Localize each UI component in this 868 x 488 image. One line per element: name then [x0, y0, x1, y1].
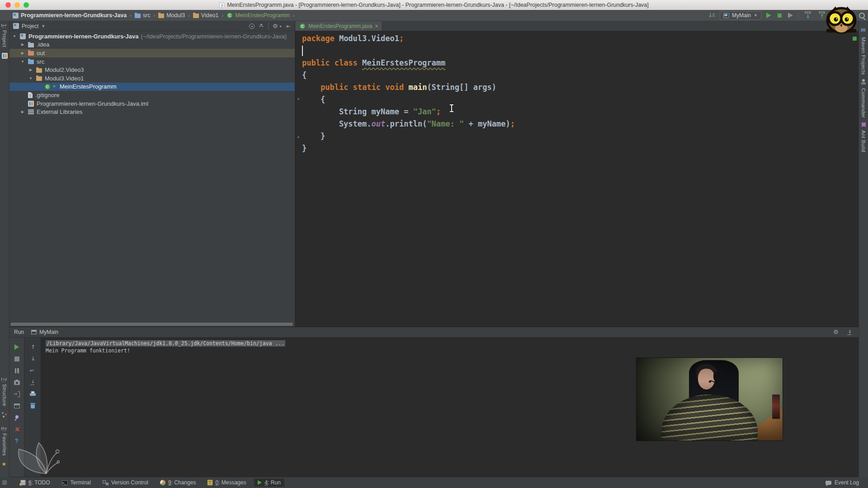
code-line[interactable]: { [302, 94, 859, 106]
tree-item[interactable]: ▶External Libraries [9, 108, 295, 116]
tree-item[interactable]: .gitignore [9, 91, 295, 99]
toolwindow-stripe-button-maven-projects[interactable]: Maven Projects [861, 26, 866, 77]
toolwindow-switcher-icon[interactable] [2, 480, 7, 485]
statusbar-item-messages[interactable]: 0: Messages [204, 479, 250, 487]
horizontal-scrollbar[interactable] [10, 323, 293, 326]
chevron-down-icon[interactable]: ▼ [41, 24, 45, 28]
close-button[interactable] [9, 423, 24, 435]
code-token: ; [399, 34, 404, 43]
tree-item-label: out [37, 50, 45, 56]
statusbar-item-changes[interactable]: 9: Changes [156, 479, 199, 487]
clear-all-button[interactable] [24, 400, 41, 412]
console-line[interactable]: Mein Programm funktioniert! [46, 347, 859, 354]
statusbar-item-version-control[interactable]: Version Control [99, 479, 152, 487]
run-configuration-selector[interactable]: MyMain ▼ [720, 11, 761, 20]
debug-button[interactable] [778, 14, 782, 18]
breadcrumb-item[interactable]: src [134, 12, 151, 19]
tree-item[interactable]: ▶out [9, 49, 295, 57]
toolwindow-stripe-button-favorites[interactable]: 2: Favorites [2, 424, 8, 474]
expander-icon[interactable]: ▼ [28, 76, 34, 80]
prev-occurrence-button[interactable] [24, 341, 41, 353]
tree-item[interactable]: ▶.idea [9, 41, 295, 49]
next-occurrence-button[interactable] [24, 353, 41, 365]
code-area[interactable]: package Modul3.Video1; public class Mein… [302, 33, 859, 155]
breadcrumb-item[interactable]: Video1 [192, 12, 220, 19]
code-token: System. [302, 119, 372, 128]
show-console-button[interactable] [9, 388, 24, 400]
stop-button[interactable] [9, 353, 24, 365]
run-button[interactable] [766, 13, 771, 18]
expander-icon[interactable]: ▶ [19, 110, 26, 114]
pause-output-button[interactable] [9, 365, 24, 376]
close-tab-icon[interactable]: × [375, 24, 378, 28]
error-stripe-ok-marker [853, 37, 857, 41]
toolwindow-stripe-button-commander[interactable]: Commander [861, 77, 866, 121]
code-line[interactable]: } [302, 142, 859, 155]
tree-item[interactable]: ▼Programmieren-lernen-Grundkurs-Java (~/… [9, 32, 295, 41]
gear-icon[interactable] [833, 329, 840, 335]
rerun-button[interactable] [9, 341, 24, 353]
expander-icon[interactable]: ▼ [11, 34, 18, 38]
statusbar-item-run[interactable]: 4: Run [254, 479, 284, 487]
breadcrumb-item[interactable]: Modul3 [157, 12, 186, 19]
msgs-icon [208, 480, 212, 485]
run-tab[interactable]: MyMain [28, 327, 62, 337]
restore-layout-button[interactable] [9, 400, 24, 412]
editor-tab[interactable]: MeinErstesProgramm.java × [295, 21, 382, 31]
fold-marker-icon[interactable]: ▴ [296, 134, 301, 139]
statusbar-item-terminal[interactable]: Terminal [58, 479, 94, 487]
code-line[interactable]: { [302, 69, 859, 81]
code-line[interactable]: } [302, 130, 859, 142]
console-line[interactable]: /Library/Java/JavaVirtualMachines/jdk1.8… [46, 340, 859, 347]
code-line[interactable]: public class MeinErstesProgramm [302, 57, 859, 69]
code-token: (String[] args) [427, 83, 496, 92]
dump-threads-button[interactable] [9, 376, 24, 388]
tree-item[interactable]: MeinErstesProgramm [9, 83, 295, 91]
run-with-coverage-button[interactable] [788, 13, 793, 18]
update-project-icon[interactable] [708, 12, 715, 19]
print-button[interactable] [24, 388, 41, 400]
collapse-all-button[interactable] [259, 23, 264, 29]
settings-button[interactable]: ▼ [273, 23, 282, 29]
tree-item[interactable]: ▶Modul2.Video3 [9, 66, 295, 74]
expander-icon[interactable]: ▶ [19, 42, 26, 47]
locate-file-button[interactable] [249, 23, 255, 29]
code-line[interactable]: System.out.println("Name: " + myName); [302, 118, 859, 130]
code-line[interactable] [302, 45, 859, 57]
code-line[interactable]: package Modul3.Video1; [302, 33, 859, 45]
scroll-to-end-button[interactable] [24, 376, 41, 388]
toolwindow-stripe-button-project[interactable]: 1: Project [2, 21, 8, 65]
code-editor[interactable]: ▾ ▴ package Modul3.Video1; public class … [295, 31, 859, 327]
code-token: "Jan" [413, 107, 436, 116]
fold-marker-icon[interactable]: ▾ [296, 97, 301, 101]
soft-wrap-button[interactable] [24, 365, 41, 376]
pin-tab-button[interactable] [9, 412, 24, 423]
vcs-update-button[interactable] [803, 11, 812, 20]
tree-item-label: .gitignore [35, 92, 59, 99]
expander-icon[interactable]: ▶ [28, 68, 34, 72]
camera-icon [14, 380, 20, 385]
tree-item-label: .idea [37, 41, 49, 48]
code-line[interactable]: String myName = "Jan"; [302, 106, 859, 118]
search-everywhere-icon[interactable] [859, 13, 865, 19]
toolwindow-stripe-button-ant-build[interactable]: Ant Build [861, 121, 866, 155]
hide-panel-icon[interactable] [847, 329, 852, 335]
breadcrumb-item[interactable]: MeinErstesProgramm [226, 12, 291, 19]
folder-out-icon [28, 51, 34, 56]
expander-icon[interactable]: ▶ [19, 51, 26, 55]
statusbar-item-label: 6: TODO [28, 479, 50, 486]
toolwindow-stripe-button-structure[interactable]: 7: Structure [1, 375, 8, 424]
mouse-ibeam-cursor [449, 104, 454, 112]
breadcrumb-item[interactable]: Programmieren-lernen-Grundkurs-Java [12, 12, 127, 19]
todo-icon [20, 480, 26, 485]
tree-item[interactable]: Programmieren-lernen-Grundkurs-Java.iml [9, 99, 295, 108]
hide-panel-button[interactable] [286, 23, 292, 29]
tree-item[interactable]: ▼src [9, 57, 295, 66]
terminal-icon [62, 480, 68, 485]
expander-icon[interactable]: ▼ [19, 60, 26, 64]
tree-item-label: Programmieren-lernen-Grundkurs-Java.iml [37, 100, 148, 107]
code-line[interactable]: public static void main(String[] args) [302, 81, 859, 94]
iml-icon [2, 53, 8, 59]
tree-item[interactable]: ▼Modul3.Video1 [9, 74, 295, 83]
editor-tab-bar: MeinErstesProgramm.java × [295, 21, 859, 31]
